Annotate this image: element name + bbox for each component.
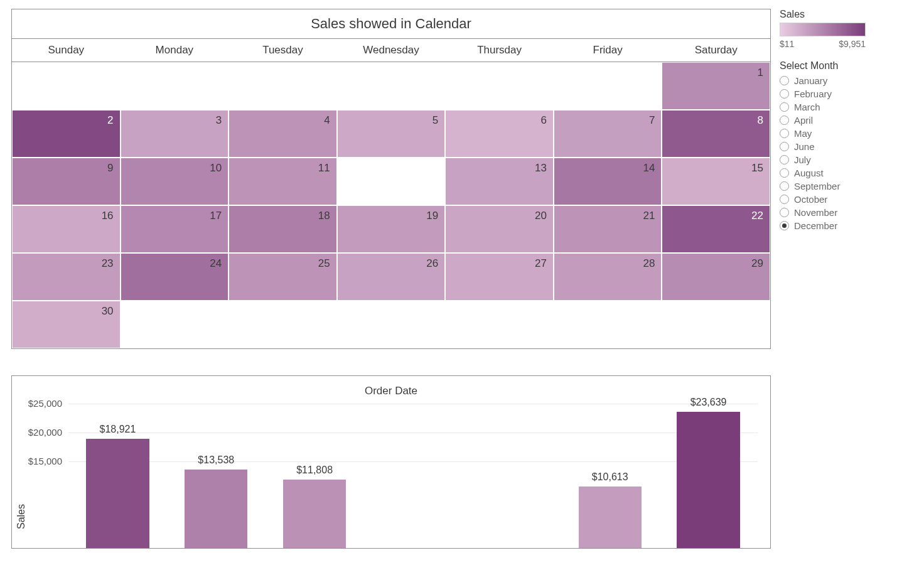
calendar-day-cell[interactable]: 15 (662, 158, 770, 205)
month-selector-title: Select Month (780, 60, 866, 72)
month-option-january[interactable]: January (780, 75, 866, 86)
calendar-day-cell[interactable]: 11 (228, 158, 337, 205)
calendar-empty-cell (12, 62, 121, 110)
month-option-september[interactable]: September (780, 181, 866, 191)
month-option-november[interactable]: November (780, 207, 866, 218)
month-option-july[interactable]: July (780, 154, 866, 165)
calendar-day-cell[interactable]: 17 (121, 205, 229, 253)
calendar-day-cell[interactable]: 22 (662, 205, 770, 253)
weekday-label: Saturday (662, 39, 770, 62)
calendar-day-cell[interactable]: 18 (228, 205, 337, 253)
bar[interactable] (185, 470, 247, 548)
month-selector: JanuaryFebruaryMarchAprilMayJuneJulyAugu… (780, 75, 866, 231)
calendar-day-cell[interactable]: 24 (121, 253, 229, 301)
calendar-day-cell[interactable]: 16 (12, 205, 121, 253)
calendar-day-number: 6 (540, 114, 546, 126)
calendar-day-cell[interactable]: 10 (121, 158, 229, 205)
calendar-day-cell[interactable]: 21 (554, 205, 662, 253)
bar-column (462, 404, 561, 548)
bar[interactable] (677, 412, 739, 548)
month-option-label: June (794, 141, 815, 152)
calendar-title: Sales showed in Calendar (12, 9, 770, 39)
calendar-day-number: 2 (107, 114, 113, 126)
calendar-day-cell[interactable]: 3 (121, 110, 229, 158)
legend-min: $11 (780, 39, 794, 49)
bar-value-label: $10,613 (561, 471, 659, 483)
month-option-december[interactable]: December (780, 220, 866, 231)
calendar-day-cell[interactable]: 7 (554, 110, 662, 158)
bar-chart-plot-area: Sales $15,000$20,000$25,000$18,921$13,53… (68, 404, 758, 548)
radio-icon (780, 102, 789, 112)
bar-chart-title: Order Date (12, 376, 770, 404)
calendar-day-number: 14 (643, 162, 655, 174)
bar[interactable] (579, 487, 642, 548)
month-option-label: November (794, 207, 837, 218)
calendar-day-number: 15 (751, 162, 763, 174)
radio-icon (780, 142, 789, 151)
month-option-label: February (794, 89, 832, 99)
calendar-day-cell[interactable]: 20 (445, 205, 554, 253)
calendar-day-cell[interactable]: 2 (12, 110, 121, 158)
radio-icon (780, 208, 789, 217)
calendar-day-cell[interactable]: 29 (662, 253, 770, 301)
month-option-february[interactable]: February (780, 89, 866, 99)
calendar-heatmap: Sales showed in Calendar SundayMondayTue… (11, 9, 771, 349)
bar-column: $13,538 (167, 404, 266, 548)
month-option-label: September (794, 181, 840, 191)
calendar-day-number: 9 (107, 162, 113, 174)
calendar-day-number: 30 (102, 305, 114, 317)
calendar-empty-cell (228, 301, 337, 348)
calendar-day-cell[interactable]: 13 (445, 158, 554, 205)
weekday-label: Friday (554, 39, 662, 62)
bar-column: $10,613 (561, 404, 659, 548)
calendar-day-cell[interactable]: 8 (662, 110, 770, 158)
calendar-day-cell[interactable]: 6 (445, 110, 554, 158)
calendar-day-cell[interactable]: 14 (554, 158, 662, 205)
bar[interactable] (86, 439, 149, 548)
calendar-day-number: 5 (432, 114, 438, 126)
weekday-label: Tuesday (228, 39, 337, 62)
radio-icon (780, 181, 789, 191)
month-option-may[interactable]: May (780, 128, 866, 139)
y-tick-label: $15,000 (24, 456, 62, 466)
month-option-label: October (794, 194, 827, 205)
radio-icon (780, 129, 789, 138)
month-option-march[interactable]: March (780, 102, 866, 112)
legend-max: $9,951 (839, 39, 866, 49)
calendar-empty-cell (662, 301, 770, 348)
calendar-day-cell[interactable]: 28 (554, 253, 662, 301)
calendar-day-number: 25 (318, 257, 330, 269)
month-option-april[interactable]: April (780, 115, 866, 126)
bar-chart: Order Date Sales $15,000$20,000$25,000$1… (11, 375, 771, 549)
bar[interactable] (283, 480, 346, 548)
y-tick-label: $20,000 (24, 427, 62, 438)
calendar-day-cell[interactable]: 30 (12, 301, 121, 348)
calendar-day-cell[interactable]: 23 (12, 253, 121, 301)
calendar-day-number: 29 (751, 257, 763, 269)
calendar-empty-cell (228, 62, 337, 110)
calendar-day-cell[interactable]: 27 (445, 253, 554, 301)
calendar-day-number: 19 (426, 210, 438, 222)
month-option-label: January (794, 75, 827, 86)
legend-gradient[interactable] (780, 23, 866, 36)
calendar-day-cell[interactable]: 5 (337, 110, 446, 158)
calendar-day-cell[interactable]: 1 (662, 62, 770, 110)
calendar-empty-cell (445, 301, 554, 348)
calendar-day-cell[interactable]: 4 (228, 110, 337, 158)
month-option-august[interactable]: August (780, 168, 866, 178)
radio-icon (780, 116, 789, 125)
calendar-day-cell[interactable]: 9 (12, 158, 121, 205)
calendar-day-cell[interactable]: 25 (228, 253, 337, 301)
bar-column: $18,921 (68, 404, 167, 548)
bar-value-label: $23,639 (659, 397, 758, 408)
calendar-day-number: 20 (535, 210, 547, 222)
calendar-day-number: 13 (535, 162, 547, 174)
bar-value-label: $13,538 (167, 454, 266, 466)
month-option-october[interactable]: October (780, 194, 866, 205)
calendar-day-cell[interactable]: 19 (337, 205, 446, 253)
month-option-june[interactable]: June (780, 141, 866, 152)
month-option-label: April (794, 115, 813, 126)
calendar-day-number: 10 (210, 162, 222, 174)
calendar-day-cell[interactable]: 26 (337, 253, 446, 301)
radio-icon (780, 168, 789, 178)
